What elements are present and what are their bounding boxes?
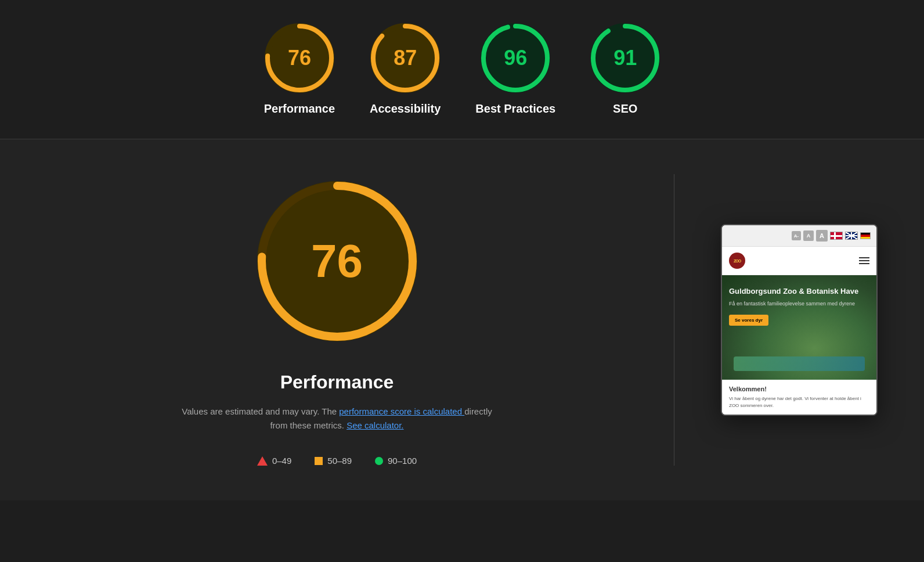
hero-water-strip <box>734 356 865 371</box>
legend-bad: 0–49 <box>257 456 291 466</box>
hamburger-line-1 <box>859 257 869 258</box>
score-label-seo: SEO <box>613 102 637 116</box>
zoo-logo: ZOO <box>729 253 745 269</box>
welcome-title: Velkommen! <box>729 386 869 392</box>
hamburger-line-2 <box>859 260 869 261</box>
icon-a-minus: A- <box>792 231 801 240</box>
score-number-seo: 91 <box>613 46 637 70</box>
medium-range: 50–89 <box>327 456 352 466</box>
score-circle-accessibility: 87 <box>370 23 440 93</box>
legend-medium: 50–89 <box>315 456 352 466</box>
good-icon <box>375 457 383 465</box>
divider <box>674 174 674 466</box>
mockup-hero: Guldborgsund Zoo & Botanisk Have Få en f… <box>722 275 876 380</box>
score-number-accessibility: 87 <box>394 46 417 70</box>
performance-title: Performance <box>280 372 394 393</box>
score-circle-performance: 76 <box>265 23 334 93</box>
flag-dk <box>830 232 843 240</box>
score-number-best-practices: 96 <box>504 46 527 70</box>
score-label-accessibility: Accessibility <box>370 102 441 116</box>
big-score-value: 76 <box>311 235 363 288</box>
score-legend: 0–49 50–89 90–100 <box>257 456 417 466</box>
flag-gb <box>845 232 858 240</box>
description-prefix: Values are estimated and may vary. The <box>182 406 337 416</box>
performance-score-link[interactable]: performance score is calculated <box>339 406 464 416</box>
hero-subtitle: Få en fantastisk familieoplevelse sammen… <box>729 300 869 308</box>
icon-a: A <box>803 230 814 241</box>
score-item-seo: 91 SEO <box>590 23 660 116</box>
legend-good: 90–100 <box>375 456 417 466</box>
score-number-performance: 76 <box>288 46 311 70</box>
icon-a-plus: A <box>816 230 828 242</box>
score-label-best-practices: Best Practices <box>475 102 555 116</box>
score-item-best-practices: 96 Best Practices <box>475 23 555 116</box>
hero-cta-button[interactable]: Se vores dyr <box>729 315 768 326</box>
score-label-performance: Performance <box>264 102 335 116</box>
medium-icon <box>315 457 323 465</box>
score-item-accessibility: 87 Accessibility <box>370 23 441 116</box>
mockup-header-bar: A- A A <box>722 225 876 247</box>
hero-content: Guldborgsund Zoo & Botanisk Have Få en f… <box>729 287 869 325</box>
bad-range: 0–49 <box>272 456 291 466</box>
mockup-panel: A- A A ZOO <box>721 174 878 466</box>
welcome-text: Vi har åbent og dyrene har det godt. Vi … <box>729 395 869 408</box>
top-scores-section: 76 Performance 87 Accessibility <box>0 0 924 139</box>
zoo-logo-circle: ZOO <box>729 253 745 269</box>
main-section: 76 Performance Values are estimated and … <box>0 139 924 500</box>
hero-title: Guldborgsund Zoo & Botanisk Have <box>729 287 869 297</box>
hamburger-menu[interactable] <box>859 257 869 264</box>
calculator-link[interactable]: See calculator. <box>346 420 403 430</box>
score-circle-seo: 91 <box>590 23 660 93</box>
performance-panel: 76 Performance Values are estimated and … <box>46 174 627 466</box>
bad-icon <box>257 456 268 466</box>
score-item-performance: 76 Performance <box>264 23 335 116</box>
device-mockup: A- A A ZOO <box>721 224 878 415</box>
hamburger-line-3 <box>859 263 869 264</box>
score-circle-best-practices: 96 <box>481 23 550 93</box>
good-range: 90–100 <box>388 456 417 466</box>
description: Values are estimated and may vary. The p… <box>181 405 494 433</box>
big-performance-circle: 76 <box>250 174 424 348</box>
mockup-nav: ZOO <box>722 247 876 275</box>
mockup-welcome: Velkommen! Vi har åbent og dyrene har de… <box>722 380 876 414</box>
flag-de <box>860 232 871 239</box>
